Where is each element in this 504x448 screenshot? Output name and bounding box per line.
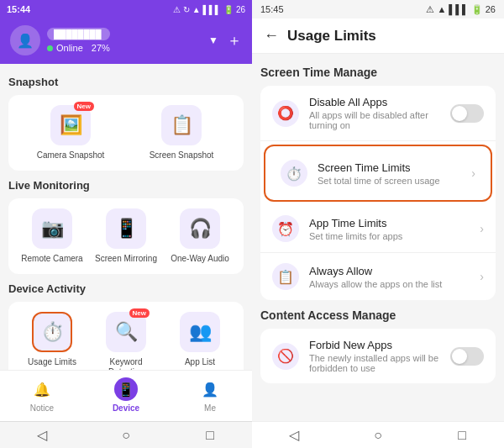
screen-snapshot-icon: 📋 bbox=[161, 105, 202, 145]
app-time-limits-text: App Time Limits Set time limits for apps bbox=[309, 217, 470, 241]
device-activity-section-title: Device Activity bbox=[8, 282, 244, 295]
forbid-new-apps-item[interactable]: 🚫 Forbid New Apps The newly installed ap… bbox=[260, 329, 496, 383]
device-activity-grid: ⏱️ Usage Limits 🔍 New Keyword Detection … bbox=[18, 312, 234, 370]
disable-all-apps-item[interactable]: ⭕ Disable All Apps All apps will be disa… bbox=[260, 86, 496, 141]
home-btn-left[interactable]: ○ bbox=[109, 428, 143, 443]
disable-all-apps-main: Disable All Apps bbox=[309, 96, 440, 108]
disable-all-apps-text: Disable All Apps All apps will be disabl… bbox=[309, 96, 440, 130]
one-way-audio-label: One-Way Audio bbox=[171, 254, 229, 264]
me-nav-label: Me bbox=[204, 403, 216, 413]
status-label: Online bbox=[56, 43, 83, 53]
app-time-limits-sub: Set time limits for apps bbox=[309, 231, 470, 241]
camera-snapshot-item[interactable]: 🖼️ New Camera Snapshot bbox=[18, 105, 123, 161]
one-way-audio-item[interactable]: 🎧 One-Way Audio bbox=[166, 208, 234, 264]
dropdown-icon[interactable]: ▼ bbox=[208, 34, 218, 46]
device-activity-card: ⏱️ Usage Limits 🔍 New Keyword Detection … bbox=[8, 302, 244, 370]
always-allow-text: Always Allow Always allow the apps on th… bbox=[309, 265, 470, 289]
left-android-nav: ◁ ○ □ bbox=[0, 421, 252, 448]
device-nav-label: Device bbox=[113, 403, 139, 413]
recents-btn-left[interactable]: □ bbox=[193, 428, 227, 443]
live-monitoring-card: 📷 Remote Camera 📱 Screen Mirroring 🎧 One… bbox=[8, 198, 244, 274]
live-monitoring-grid: 📷 Remote Camera 📱 Screen Mirroring 🎧 One… bbox=[18, 208, 234, 264]
screen-mirroring-icon: 📱 bbox=[106, 208, 146, 249]
status-dot bbox=[47, 45, 53, 51]
forbid-new-apps-sub: The newly installed apps will be forbidd… bbox=[309, 353, 440, 373]
snapshot-card: 🖼️ New Camera Snapshot 📋 Screen Snapshot bbox=[8, 95, 244, 171]
user-info-area: 👤 ████████ Online 27% bbox=[10, 25, 110, 55]
screen-time-limits-highlight: ⏱️ Screen Time Limits Set total time of … bbox=[264, 145, 492, 202]
recents-btn-right[interactable]: □ bbox=[445, 428, 479, 443]
screen-time-limits-sub: Set total time of screen usage bbox=[318, 176, 461, 186]
left-time: 15:44 bbox=[7, 4, 30, 14]
screen-time-limits-icon: ⏱️ bbox=[281, 160, 307, 187]
screen-snapshot-item[interactable]: 📋 Screen Snapshot bbox=[129, 105, 234, 161]
nav-notice[interactable]: 🔔 Notice bbox=[17, 377, 67, 413]
always-allow-sub: Always allow the apps on the list bbox=[309, 279, 470, 289]
one-way-audio-icon: 🎧 bbox=[180, 208, 220, 249]
forbid-new-apps-text: Forbid New Apps The newly installed apps… bbox=[309, 339, 440, 373]
right-status-bar: 15:45 ⚠ ▲ ▌▌▌ 🔋 26 bbox=[252, 0, 504, 18]
right-title: Usage Limits bbox=[287, 28, 376, 45]
remote-camera-item[interactable]: 📷 Remote Camera bbox=[18, 208, 86, 264]
screen-time-limits-main: Screen Time Limits bbox=[318, 161, 461, 174]
right-wifi-icon: ▲ bbox=[437, 4, 446, 14]
battery-percentage: 27% bbox=[92, 43, 110, 53]
notice-nav-label: Notice bbox=[30, 403, 54, 413]
user-details: ████████ Online 27% bbox=[47, 28, 110, 53]
screen-time-limits-chevron: › bbox=[471, 166, 475, 180]
left-battery-pct: 26 bbox=[236, 5, 245, 14]
screen-time-limits-text: Screen Time Limits Set total time of scr… bbox=[318, 161, 461, 186]
back-btn-right[interactable]: ◁ bbox=[277, 427, 311, 443]
forbid-new-apps-toggle[interactable] bbox=[450, 347, 484, 366]
right-signal-icon: ▌▌▌ bbox=[449, 4, 468, 14]
content-access-manage-card: 🚫 Forbid New Apps The newly installed ap… bbox=[260, 329, 496, 383]
screen-time-manage-card: ⭕ Disable All Apps All apps will be disa… bbox=[260, 86, 496, 300]
screen-time-manage-title: Screen Time Manage bbox=[260, 66, 496, 79]
add-icon[interactable]: ＋ bbox=[227, 30, 242, 50]
right-android-nav: ◁ ○ □ bbox=[252, 421, 504, 448]
home-btn-right[interactable]: ○ bbox=[361, 428, 395, 443]
back-btn-left[interactable]: ◁ bbox=[25, 427, 59, 443]
left-header: 👤 ████████ Online 27% ▼ ＋ bbox=[0, 18, 252, 64]
header-actions: ▼ ＋ bbox=[208, 30, 242, 50]
nav-device[interactable]: 📱 Device bbox=[101, 377, 151, 413]
app-time-limits-icon: ⏰ bbox=[272, 215, 299, 242]
right-time: 15:45 bbox=[260, 4, 284, 14]
screen-time-limits-item[interactable]: ⏱️ Screen Time Limits Set total time of … bbox=[269, 150, 487, 197]
nav-me[interactable]: 👤 Me bbox=[185, 377, 235, 413]
left-bottom-nav: 🔔 Notice 📱 Device 👤 Me bbox=[0, 370, 252, 421]
right-header: ← Usage Limits bbox=[252, 18, 504, 54]
right-panel: 15:45 ⚠ ▲ ▌▌▌ 🔋 26 ← Usage Limits Screen… bbox=[252, 0, 504, 448]
sync-icon: ↻ bbox=[183, 5, 190, 14]
left-status-icons: ⚠ ↻ ▲ ▌▌▌ 🔋 26 bbox=[173, 5, 245, 14]
user-name: ████████ bbox=[47, 28, 110, 40]
notice-nav-icon: 🔔 bbox=[30, 377, 54, 401]
forbid-new-apps-main: Forbid New Apps bbox=[309, 339, 440, 351]
disable-all-apps-sub: All apps will be disabled after turning … bbox=[309, 110, 440, 130]
app-list-item[interactable]: 👥 App List bbox=[166, 312, 234, 370]
always-allow-main: Always Allow bbox=[309, 265, 470, 277]
always-allow-icon: 📋 bbox=[272, 263, 299, 290]
left-scroll-area: Snapshot 🖼️ New Camera Snapshot 📋 Screen… bbox=[0, 64, 252, 370]
battery-icon: 🔋 bbox=[223, 5, 234, 14]
right-battery-icon: 🔋 bbox=[471, 4, 483, 15]
keyword-detection-item[interactable]: 🔍 New Keyword Detection bbox=[92, 312, 160, 370]
screen-snapshot-label: Screen Snapshot bbox=[150, 150, 214, 161]
app-time-limits-main: App Time Limits bbox=[309, 217, 470, 229]
app-time-limits-item[interactable]: ⏰ App Time Limits Set time limits for ap… bbox=[260, 205, 496, 253]
disable-all-apps-toggle[interactable] bbox=[450, 104, 484, 123]
forbid-new-apps-icon: 🚫 bbox=[272, 343, 299, 370]
live-monitoring-section-title: Live Monitoring bbox=[8, 179, 244, 192]
keyword-detection-label: Keyword Detection bbox=[92, 357, 160, 370]
me-nav-icon: 👤 bbox=[198, 377, 222, 401]
camera-snapshot-label: Camera Snapshot bbox=[37, 150, 105, 161]
screen-mirroring-item[interactable]: 📱 Screen Mirroring bbox=[92, 208, 160, 264]
disable-all-apps-icon: ⭕ bbox=[272, 100, 299, 127]
back-button[interactable]: ← bbox=[264, 27, 279, 45]
usage-limits-item[interactable]: ⏱️ Usage Limits bbox=[18, 312, 86, 370]
toggle-knob bbox=[452, 106, 467, 121]
snapshot-grid: 🖼️ New Camera Snapshot 📋 Screen Snapshot bbox=[18, 105, 234, 161]
right-battery-pct: 26 bbox=[486, 4, 496, 14]
content-access-manage-title: Content Access Manage bbox=[260, 308, 496, 322]
always-allow-item[interactable]: 📋 Always Allow Always allow the apps on … bbox=[260, 253, 496, 300]
